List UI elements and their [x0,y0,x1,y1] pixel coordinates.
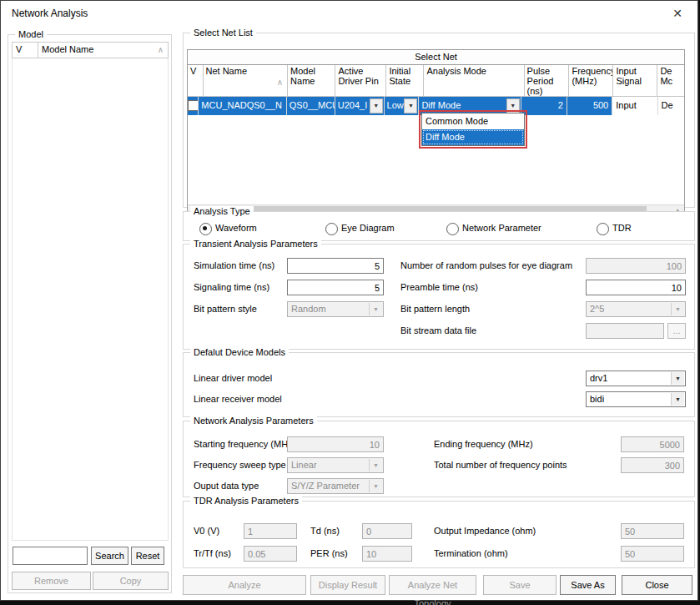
signaling-time-label: Signaling time (ns) [194,282,269,292]
network-params-group: Network Analysis Parameters Starting fre… [183,421,695,497]
combo-arrow-icon: ▼ [369,480,382,492]
select-net-list-label: Select Net List [190,28,256,38]
combo-arrow-icon: ▼ [671,303,684,315]
input-signal-cell: Input [612,97,657,115]
save-button: Save [483,575,556,595]
dialog-frame: Network Analysis ✕ Model V Model Name ∧ … [0,0,700,605]
save-as-button[interactable]: Save As [560,575,616,595]
linear-driver-combo[interactable]: drv1 ▼ [586,371,686,386]
bit-stream-file-input [586,323,664,339]
model-col-check[interactable]: V [12,42,38,58]
v0-label: V0 (V) [194,526,219,536]
tdr-group-label: TDR Analysis Parameters [190,496,302,506]
dialog-title: Network Analysis [12,8,88,19]
net-col-active-driver-pin[interactable]: Active Driver Pin [335,65,386,96]
combo-arrow-icon: ▼ [369,459,382,471]
network-params-label: Network Analysis Parameters [190,416,317,426]
net-col-device-model[interactable]: De Mc [657,65,684,96]
analysis-type-label: Analysis Type [190,206,254,216]
net-col-input-signal[interactable]: Input Signal [613,65,657,96]
combo-arrow-icon[interactable]: ▼ [671,372,684,385]
radio-off-icon [597,223,609,235]
select-net-list-group: Select Net List Select Net V Net Name ∧ … [183,33,695,208]
remove-button: Remove [12,572,91,590]
bit-pattern-length-combo: 2^5 ▼ [586,301,686,317]
radio-waveform[interactable]: Waveform [199,223,316,234]
per-input [362,546,412,562]
radio-off-icon [325,223,338,235]
sweep-type-label: Frequency sweep type [194,460,286,470]
radio-network-parameter[interactable]: Network Parameter [446,223,580,234]
output-impedance-label: Output Impedance (ohm) [434,526,536,536]
linear-receiver-combo[interactable]: bidi ▼ [586,391,686,407]
combo-arrow-icon[interactable]: ▼ [404,98,417,113]
output-type-combo: S/Y/Z Parameter ▼ [287,478,384,494]
freq-points-input [621,457,684,473]
net-row-checkbox[interactable] [188,100,199,111]
tr-tf-input [244,546,297,562]
reset-button[interactable]: Reset [131,547,164,565]
model-search-input[interactable] [13,547,88,565]
bit-pattern-length-label: Bit pattern length [400,304,470,314]
footer-buttons: Analyze Display Result Analyze Net Topol… [183,575,695,595]
model-name-cell[interactable]: QS0__MCU [287,97,335,115]
signaling-time-input[interactable] [287,280,384,295]
radio-tdr[interactable]: TDR [597,223,663,234]
net-name-cell[interactable]: MCU_NADQS0__N [199,97,286,115]
net-col-frequency[interactable]: Frequency (MHz) [569,65,613,96]
search-button[interactable]: Search [91,547,128,565]
bit-stream-file-label: Bit stream data file [400,325,476,335]
net-col-net-name[interactable]: Net Name ∧ [204,65,289,96]
initial-state-cell[interactable]: Low ▼ [385,97,420,115]
net-col-check[interactable]: V [188,65,204,96]
net-col-initial-state[interactable]: Initial State [386,65,424,96]
preamble-time-label: Preamble time (ns) [400,282,478,292]
pulse-period-cell[interactable]: 2 [521,97,567,115]
start-freq-label: Starting frequency (MHz) [194,439,295,449]
simulation-time-input[interactable] [287,258,384,274]
model-list[interactable] [12,58,169,541]
linear-driver-label: Linear driver model [194,373,272,383]
random-pulses-label: Number of random pulses for eye diagram [400,260,572,270]
transient-group: Transient Analysis Parameters Simulation… [183,244,695,350]
output-impedance-input [621,523,684,539]
sort-asc-icon: ∧ [158,45,164,54]
start-freq-input [287,436,384,452]
annotation-box [419,110,527,149]
sweep-type-combo: Linear ▼ [287,457,384,473]
v0-input [244,523,297,539]
combo-arrow-icon[interactable]: ▼ [671,393,684,406]
tdr-group: TDR Analysis Parameters V0 (V) Td (ns) O… [183,501,695,568]
random-pulses-input [586,258,686,274]
browse-button: ... [667,323,686,339]
preamble-time-input[interactable] [586,280,686,295]
td-label: Td (ns) [310,526,340,536]
sort-asc-icon: ∧ [277,78,283,88]
tr-tf-label: Tr/Tf (ns) [194,548,231,558]
analysis-type-group: Analysis Type Waveform Eye Diagram Netwo… [183,211,695,241]
radio-eye-diagram[interactable]: Eye Diagram [325,223,442,234]
net-col-pulse-period[interactable]: Pulse Period (ns) [525,65,570,96]
model-group-label: Model [15,29,47,39]
combo-arrow-icon[interactable]: ▼ [370,98,383,113]
combo-arrow-icon: ▼ [369,303,382,315]
analyze-net-topology-button: Analyze Net Topology [389,575,476,595]
net-col-analysis-mode[interactable]: Analysis Mode [424,65,524,96]
active-driver-pin-cell[interactable]: U204_I ▼ [335,97,385,115]
freq-points-label: Total number of frequency points [434,460,567,470]
select-net-button[interactable]: Select Net [188,50,684,65]
radio-off-icon [446,223,459,235]
td-input [362,523,412,539]
frequency-cell[interactable]: 500 [567,97,612,115]
model-col-name[interactable]: Model Name ∧ [38,42,169,58]
net-col-model-name[interactable]: Model Name [288,65,335,96]
termination-input [621,546,684,562]
network-analysis-dialog: Network Analysis ✕ Model V Model Name ∧ … [0,0,698,601]
transient-group-label: Transient Analysis Parameters [190,239,321,249]
close-button[interactable]: Close [622,575,692,595]
close-icon[interactable]: ✕ [670,6,685,21]
title-bar: Network Analysis ✕ [1,1,697,26]
display-result-button: Display Result [310,575,385,595]
end-freq-label: Ending frequency (MHz) [434,439,533,449]
end-freq-input [621,436,684,452]
